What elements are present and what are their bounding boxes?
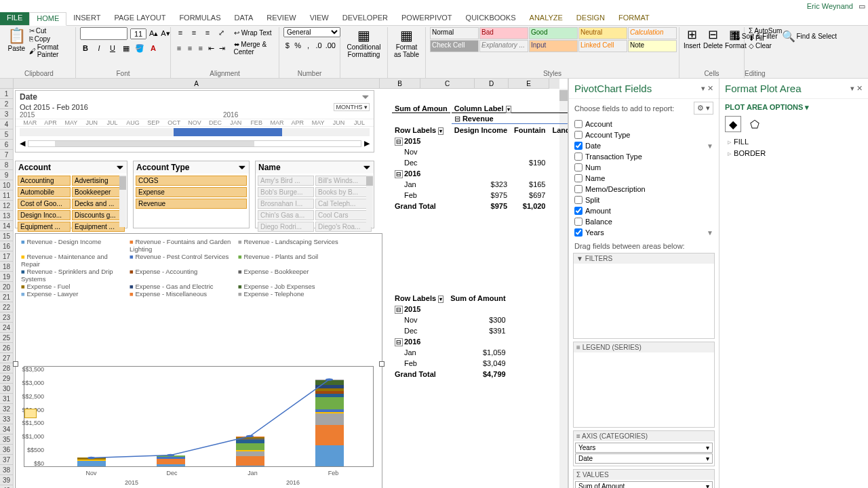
legend-item[interactable]: Revenue - Pest Control Services <box>130 253 231 268</box>
row-head[interactable]: 33 <box>0 414 14 424</box>
legend-item[interactable]: Expense - Fuel <box>21 283 123 290</box>
row-head[interactable]: 4 <box>0 119 14 129</box>
area-item[interactable]: Sum of Amount▾ <box>575 481 713 488</box>
slicer-clear-icon[interactable]: ⏷ <box>116 163 124 172</box>
field-filter-icon[interactable]: ▼ <box>707 229 713 237</box>
timeline-unit[interactable]: MONTHS ▾ <box>334 103 370 111</box>
pane-dropdown-icon[interactable]: ▾ <box>850 84 854 92</box>
row-head[interactable]: 37 <box>0 455 14 465</box>
legend-item[interactable]: Revenue - Plants and Soil <box>238 253 340 268</box>
window-controls[interactable]: ▭ <box>859 2 865 11</box>
tab-design[interactable]: DESIGN <box>570 12 612 25</box>
font-color-button[interactable]: A <box>148 43 159 54</box>
field-item[interactable]: Name <box>574 173 713 184</box>
pivot-table-1[interactable]: Sum of AmounColumn Label ▾ ⊟ Revenue Row… <box>391 102 568 212</box>
timeline-slicer[interactable]: Date⏷ Oct 2015 - Feb 2016MONTHS ▾ 201520… <box>15 90 374 152</box>
worksheet[interactable]: A B C D E 123456789101112131415161718192… <box>0 79 568 488</box>
legend-item[interactable]: Expense - Bookkeeper <box>238 268 340 283</box>
tab-powerpivot[interactable]: POWERPIVOT <box>395 12 459 25</box>
font-name-input[interactable] <box>80 27 127 40</box>
row-head[interactable]: 31 <box>0 394 14 404</box>
row-head[interactable]: 11 <box>0 190 14 201</box>
row-head[interactable]: 23 <box>0 312 14 323</box>
area-item[interactable]: Years▾ <box>575 443 713 453</box>
slicer-item[interactable]: Discounts g... <box>72 210 125 220</box>
font-size-input[interactable] <box>130 28 146 39</box>
tab-file[interactable]: FILE <box>0 12 29 25</box>
col-b[interactable]: B <box>380 79 420 89</box>
delete-cells-button[interactable]: ⊟Delete <box>703 27 722 49</box>
row-head[interactable]: 9 <box>0 170 14 180</box>
row-head[interactable]: 36 <box>0 445 14 455</box>
row-head[interactable]: 22 <box>0 302 14 312</box>
col-c[interactable]: C <box>420 79 475 89</box>
row-head[interactable]: 8 <box>0 160 14 170</box>
fill-line-icon[interactable]: ◆ <box>725 116 741 132</box>
tab-formulas[interactable]: FORMULAS <box>172 12 227 25</box>
col-e[interactable]: E <box>509 79 549 89</box>
row-head[interactable]: 39 <box>0 475 14 485</box>
slicer-item[interactable]: Cal Teleph... <box>315 199 372 209</box>
row-head[interactable]: 15 <box>0 231 14 241</box>
legend-item[interactable]: Expense - Miscellaneous <box>130 290 231 298</box>
field-item[interactable]: Account <box>574 119 713 129</box>
cond-fmt-button[interactable]: ▦Conditional Formatting <box>344 27 383 58</box>
cell-styles-gallery[interactable]: Normal Bad Good Neutral Calculation Chec… <box>430 27 675 52</box>
row-head[interactable]: 18 <box>0 262 14 272</box>
field-item[interactable]: Amount <box>574 205 713 216</box>
tab-developer[interactable]: DEVELOPER <box>336 12 395 25</box>
row-head[interactable]: 3 <box>0 109 14 119</box>
legend-item[interactable]: Revenue - Maintenance and Repair <box>21 253 123 268</box>
legend-item[interactable]: Revenue - Landscaping Services <box>238 238 340 253</box>
row-head[interactable]: 6 <box>0 140 14 150</box>
slicer-item[interactable]: Bill's Winds... <box>315 176 372 186</box>
slicer-item[interactable]: Chin's Gas a... <box>258 210 314 220</box>
slicer-item[interactable]: Amy's Bird ... <box>258 176 314 186</box>
tab-data[interactable]: DATA <box>228 12 260 25</box>
gear-icon[interactable]: ⚙ ▾ <box>694 102 713 115</box>
slicer-item[interactable]: Advertising <box>72 176 125 186</box>
slicer-clear-icon[interactable]: ⏷ <box>363 163 371 172</box>
paste-button[interactable]: 📋Paste <box>7 27 26 58</box>
find-select-button[interactable]: 🔍Find & Select <box>782 30 837 43</box>
legend-item[interactable]: Revenue - Design Income <box>21 238 123 253</box>
pivot-chart[interactable]: Revenue - Design IncomeRevenue - Fountai… <box>15 233 382 488</box>
merge-button[interactable]: ⬌ Merge & Center <box>234 41 275 56</box>
row-head[interactable]: 14 <box>0 221 14 231</box>
row-head[interactable]: 40 <box>0 485 14 488</box>
timeline-next-icon[interactable]: ▶ <box>364 139 370 148</box>
slicer-item[interactable]: Bookkeeper <box>72 187 125 197</box>
tab-view[interactable]: VIEW <box>303 12 336 25</box>
number-format-select[interactable]: General <box>283 27 340 37</box>
table-fmt-button[interactable]: ▦Format as Table <box>392 27 421 58</box>
slicer-account-type[interactable]: Account Type⏷ COGSExpenseRevenue <box>133 161 250 228</box>
legend-item[interactable]: Revenue - Sprinklers and Drip Systems <box>21 268 123 283</box>
row-head[interactable]: 35 <box>0 434 14 445</box>
clear-button[interactable]: ◇ Clear <box>749 42 835 49</box>
slicer-item[interactable]: Accounting <box>18 176 71 186</box>
row-head[interactable]: 13 <box>0 211 14 221</box>
field-filter-icon[interactable]: ▼ <box>707 142 713 150</box>
fill-section[interactable]: FILL <box>725 136 863 148</box>
field-item[interactable]: Years▼ <box>574 227 713 238</box>
slicer-item[interactable]: Cool Cars <box>315 210 372 220</box>
slicer-clear-icon[interactable]: ⏷ <box>238 163 246 172</box>
legend-item[interactable]: Expense - Lawyer <box>21 290 123 298</box>
row-head[interactable]: 21 <box>0 292 14 302</box>
slicer-item[interactable]: Books by B... <box>315 187 372 197</box>
col-d[interactable]: D <box>475 79 509 89</box>
field-item[interactable]: Memo/Description <box>574 184 713 195</box>
legend-item[interactable]: Expense - Telephone <box>238 290 340 298</box>
slicer-name[interactable]: Name⏷ Amy's Bird ...Bill's Winds...Bob's… <box>255 161 374 228</box>
row-head[interactable]: 25 <box>0 333 14 343</box>
row-head[interactable]: 12 <box>0 201 14 211</box>
tab-analyze[interactable]: ANALYZE <box>523 12 570 25</box>
tab-review[interactable]: REVIEW <box>260 12 302 25</box>
insert-cells-button[interactable]: ⊞Insert <box>684 27 701 49</box>
border-button[interactable]: ▦ <box>121 43 132 54</box>
slicer-item[interactable]: Brosnahan I... <box>258 199 314 209</box>
legend-item[interactable]: Revenue - Fountains and Garden Lighting <box>130 238 231 253</box>
area-item[interactable]: Date▾ <box>575 453 713 464</box>
field-item[interactable]: Balance <box>574 216 713 227</box>
border-section[interactable]: BORDER <box>725 148 863 159</box>
